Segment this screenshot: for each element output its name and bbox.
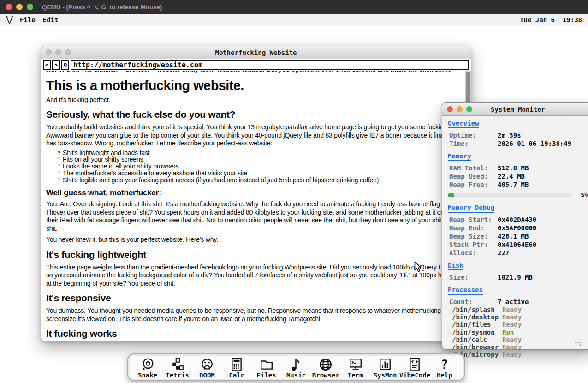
os-logo-icon[interactable]: [6, 16, 13, 24]
dock-item-files[interactable]: Files: [252, 356, 281, 379]
globe-icon: [319, 356, 333, 371]
memory-heading[interactable]: Memory: [448, 152, 471, 161]
process-name: /bin/browser: [448, 343, 502, 351]
stat-label: Time:: [448, 139, 498, 148]
list-item-text: Looks the same in all your shitty browse…: [63, 163, 179, 170]
dock-item-tetris[interactable]: Tetris: [163, 356, 192, 379]
stat-value: 1021.9 MB: [498, 273, 588, 281]
stat-label: Size:: [448, 273, 498, 281]
process-row: /bin/micropy Ready: [448, 351, 588, 358]
list-item: * Looks the same in all your shitty brow…: [46, 163, 457, 170]
stat-label: RAM Total:: [448, 164, 498, 172]
terminal-icon: [349, 356, 362, 371]
bullet-marker: *: [55, 177, 63, 184]
host-zoom-button[interactable]: [27, 4, 33, 10]
list-item: * The motherfucker's accessible to every…: [46, 170, 457, 177]
stat-value: 22.4 MB: [498, 172, 588, 180]
list-item: * Shit's legible and gets your fucking p…: [46, 177, 457, 184]
stat-value: 7 active: [498, 298, 588, 306]
stat-value: 2m 59s: [498, 131, 588, 139]
stat-value: 2026-01-06 19:38:49: [498, 139, 588, 148]
dock-item-vibecode[interactable]: VibeCode: [400, 356, 429, 379]
process-name: /bin/desktop: [448, 313, 502, 321]
progress-track: [448, 193, 572, 197]
qemu-titlebar: QEMU - (Press ^ ⌥ G to release Mouse): [0, 0, 588, 14]
sysmon-window-title: System Monitor: [442, 106, 588, 113]
stat-label: Uptime:: [448, 131, 498, 139]
dock-item-label: Term: [348, 371, 363, 379]
clipped-scrolled-text: NSFW shit. The shitfilter + browser + we…: [46, 71, 457, 73]
list-item: * Shit's lightweight and loads fast: [46, 150, 457, 156]
section-disk: Disk Size: 1021.9 MB: [448, 257, 588, 281]
heading-guess-what: Well guess what, motherfucker:: [46, 188, 457, 197]
dock-item-term[interactable]: Term: [341, 356, 370, 379]
dock-item-label: Browser: [312, 371, 339, 379]
sysmon-window: System Monitor Overview Uptime: 2m 59s T…: [442, 102, 588, 350]
dock-item-music[interactable]: Music: [282, 356, 310, 379]
stat-label: Heap Size:: [448, 232, 498, 240]
list-item-text: Shit's legible and gets your fucking poi…: [63, 177, 379, 184]
browser-titlebar[interactable]: Motherfucking Website: [41, 46, 471, 59]
feature-list: * Shit's lightweight and loads fast * Fi…: [46, 150, 457, 184]
stat-label: Heap Free:: [448, 180, 498, 189]
back-button[interactable]: <: [43, 60, 51, 70]
stat-row: Heap Start: 0x402DA430: [448, 215, 588, 224]
tetris-icon: [171, 356, 184, 371]
process-name: /bin/sysmon: [448, 329, 502, 336]
menu-file[interactable]: File: [20, 16, 36, 24]
stat-row: Heap Free: 405.7 MB: [448, 180, 588, 189]
host-minimize-button[interactable]: [16, 4, 23, 10]
reload-button[interactable]: O: [61, 60, 69, 70]
dock-item-label: Calc: [229, 371, 244, 379]
stat-row: Uptime: 2m 59s: [448, 131, 588, 139]
menubar: File Edit Tue Jan 6 19:38: [0, 14, 588, 26]
host-close-button[interactable]: [6, 4, 12, 10]
memory-debug-heading[interactable]: Memory Debug: [448, 204, 494, 213]
calculator-icon: [230, 356, 244, 371]
paragraph: This entire page weighs less than the gr…: [46, 263, 457, 288]
url-input[interactable]: [71, 60, 469, 70]
section-memory: Memory RAM Total: 512.0 MB Heap Used: 22…: [448, 148, 588, 198]
dock-item-help[interactable]: ? Help: [430, 356, 459, 379]
page-title: This is a motherfucking website.: [46, 78, 457, 93]
disk-heading[interactable]: Disk: [448, 262, 463, 270]
overview-heading[interactable]: Overview: [448, 120, 479, 128]
webpage: NSFW shit. The shitfilter + browser + we…: [41, 71, 471, 341]
list-item-text: The motherfucker's accessible to every a…: [63, 170, 247, 177]
stat-label: Stack Ptr:: [448, 240, 498, 249]
dock-item-label: Snake: [138, 371, 157, 379]
list-item-text: Shit's lightweight and loads fast: [63, 150, 149, 156]
process-row: /bin/sysmon Run: [448, 329, 588, 336]
memory-usage-bar: 5%: [448, 192, 588, 198]
progress-fill: [448, 193, 454, 197]
code-document-icon: [408, 356, 422, 371]
processes-heading[interactable]: Processes: [448, 286, 483, 295]
dock-item-calc[interactable]: Calc: [222, 356, 251, 379]
browser-content: NSFW shit. The shitfilter + browser + we…: [41, 71, 471, 341]
stat-value: 428.1 MB: [498, 232, 588, 240]
dock-item-snake[interactable]: Snake: [133, 356, 162, 379]
dock-item-browser[interactable]: Browser: [311, 356, 340, 379]
process-row: /bin/splash Ready: [448, 306, 588, 313]
forward-button[interactable]: >: [52, 60, 60, 70]
heading-seriously: Seriously, what the fuck else do you wan…: [46, 109, 457, 120]
snake-icon: [141, 356, 154, 371]
paragraph: You never knew it, but this is your perf…: [46, 236, 457, 244]
process-row: /bin/files Ready: [448, 321, 588, 328]
menubar-clock: Tue Jan 6 19:38: [520, 16, 582, 24]
resize-grip[interactable]: [575, 341, 582, 347]
dock-item-label: SysMon: [374, 371, 397, 379]
dock-item-label: VibeCode: [399, 371, 430, 379]
dock-item-sysmon[interactable]: SysMon: [371, 356, 399, 379]
stat-row: Heap Size: 428.1 MB: [448, 232, 588, 240]
paragraph: You. Are. Over-designing. Look at this s…: [46, 200, 457, 233]
music-note-icon: [289, 356, 303, 371]
dock-item-doom[interactable]: DOOM: [193, 356, 221, 379]
sysmon-titlebar[interactable]: System Monitor: [442, 103, 588, 116]
dock-item-label: Help: [437, 371, 452, 379]
menu-edit[interactable]: Edit: [43, 16, 59, 24]
bullet-marker: *: [55, 150, 63, 156]
dock-item-label: Tetris: [166, 371, 189, 379]
dock-item-label: DOOM: [199, 371, 215, 379]
dock-item-label: Music: [286, 371, 306, 379]
